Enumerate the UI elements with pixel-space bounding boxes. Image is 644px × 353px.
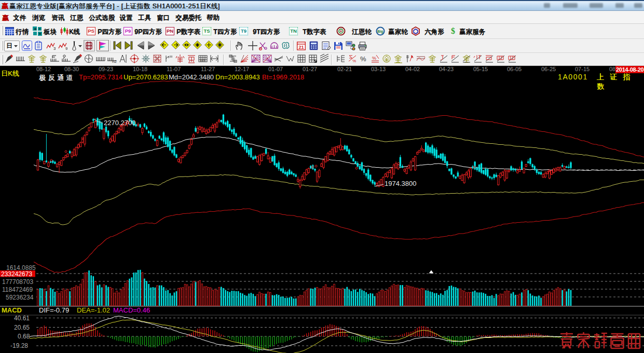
svg-text:DEA=-1.02: DEA=-1.02 xyxy=(77,306,110,314)
svg-text:3: 3 xyxy=(53,46,56,50)
svg-text:MACD=0.46: MACD=0.46 xyxy=(113,306,150,314)
svg-text:%: % xyxy=(352,59,356,63)
svg-text:118472469: 118472469 xyxy=(2,286,33,293)
svg-text:20.65: 20.65 xyxy=(14,324,30,331)
svg-text:177708703: 177708703 xyxy=(2,278,33,286)
svg-text:Big: Big xyxy=(377,30,383,34)
svg-text:40.61: 40.61 xyxy=(14,315,30,322)
svg-text:%: % xyxy=(360,55,366,63)
svg-text:MACD: MACD xyxy=(2,306,22,314)
svg-text:0.68: 0.68 xyxy=(18,333,30,340)
svg-text:21: 21 xyxy=(298,45,304,50)
svg-text:2270.2700: 2270.2700 xyxy=(104,119,135,127)
svg-text:1974.3800: 1974.3800 xyxy=(385,180,416,187)
svg-text:DIF=-0.79: DIF=-0.79 xyxy=(39,306,69,314)
svg-text:n2: n2 xyxy=(112,59,117,64)
svg-text:123: 123 xyxy=(200,59,205,62)
svg-text:$: $ xyxy=(451,26,455,35)
svg-text:-19.28: -19.28 xyxy=(10,342,28,349)
svg-text:59236234: 59236234 xyxy=(6,294,34,301)
svg-text:%: % xyxy=(372,56,376,61)
svg-text:9: 9 xyxy=(65,46,67,50)
svg-text:233242673: 233242673 xyxy=(1,270,32,278)
